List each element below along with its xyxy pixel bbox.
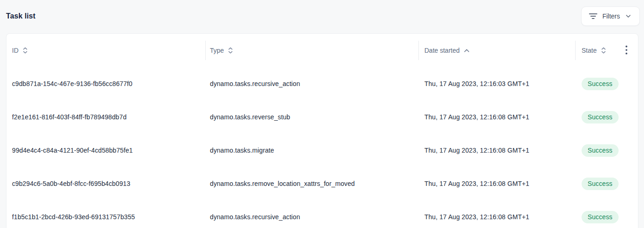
- status-badge: Success: [582, 144, 619, 157]
- table-row[interactable]: f2e1e161-816f-403f-84ff-fb789498db7d dyn…: [6, 100, 638, 134]
- task-date-cell: Thu, 17 Aug 2023, 12:16:08 GMT+1: [418, 147, 575, 154]
- sort-updown-icon: [228, 47, 233, 54]
- table-body: c9db871a-154c-467e-9136-fb56cc8677f0 dyn…: [6, 67, 638, 228]
- page-header: Task list Filters: [0, 0, 644, 33]
- table-row[interactable]: c9db871a-154c-467e-9136-fb56cc8677f0 dyn…: [6, 67, 638, 100]
- task-type-cell: dynamo.tasks.remove_location_xattrs_for_…: [205, 180, 418, 187]
- task-state-cell: Success: [575, 78, 638, 90]
- task-date-cell: Thu, 17 Aug 2023, 12:16:03 GMT+1: [418, 80, 575, 87]
- task-id-cell: c9db871a-154c-467e-9136-fb56cc8677f0: [6, 80, 205, 87]
- status-badge: Success: [582, 78, 619, 90]
- task-date-started: Thu, 17 Aug 2023, 12:16:08 GMT+1: [424, 213, 529, 221]
- table-header-row: ID Type Date started: [6, 34, 638, 67]
- task-type-cell: dynamo.tasks.migrate: [205, 147, 418, 154]
- column-header-label: ID: [12, 47, 18, 54]
- filters-button[interactable]: Filters: [581, 6, 640, 26]
- task-date-cell: Thu, 17 Aug 2023, 12:16:08 GMT+1: [418, 213, 575, 221]
- chevron-up-icon: [464, 49, 470, 53]
- page-title: Task list: [6, 12, 36, 20]
- task-type: dynamo.tasks.migrate: [210, 147, 274, 154]
- task-state-cell: Success: [575, 178, 638, 190]
- task-state-cell: Success: [575, 144, 638, 157]
- filter-lines-icon: [589, 13, 597, 19]
- column-header-label: Type: [210, 47, 224, 54]
- task-type-cell: dynamo.tasks.recursive_action: [205, 80, 418, 87]
- task-type: dynamo.tasks.recursive_action: [210, 80, 300, 87]
- task-date-started: Thu, 17 Aug 2023, 12:16:08 GMT+1: [424, 113, 529, 121]
- sort-updown-icon: [23, 47, 28, 54]
- chevron-down-icon: [625, 13, 632, 19]
- task-id-cell: c9b294c6-5a0b-4ebf-8fcc-f695b4cb0913: [6, 180, 205, 187]
- task-type: dynamo.tasks.reverse_stub: [210, 113, 290, 121]
- task-id: c9db871a-154c-467e-9136-fb56cc8677f0: [12, 80, 132, 87]
- column-header-date_started[interactable]: Date started: [418, 34, 575, 67]
- task-type: dynamo.tasks.remove_location_xattrs_for_…: [210, 180, 355, 187]
- task-date-cell: Thu, 17 Aug 2023, 12:16:08 GMT+1: [418, 113, 575, 121]
- table-row[interactable]: f1b5c1b1-2bcd-426b-93ed-69131757b355 dyn…: [6, 200, 638, 228]
- task-id: f2e1e161-816f-403f-84ff-fb789498db7d: [12, 113, 127, 121]
- task-date-started: Thu, 17 Aug 2023, 12:16:08 GMT+1: [424, 180, 529, 187]
- column-header-type[interactable]: Type: [205, 34, 418, 67]
- column-header-label: State: [582, 47, 597, 54]
- column-header-id[interactable]: ID: [6, 34, 205, 67]
- sort-updown-icon: [601, 47, 606, 54]
- task-id: f1b5c1b1-2bcd-426b-93ed-69131757b355: [12, 213, 135, 221]
- task-date-cell: Thu, 17 Aug 2023, 12:16:08 GMT+1: [418, 180, 575, 187]
- kebab-menu-icon: [626, 45, 627, 55]
- task-id-cell: f2e1e161-816f-403f-84ff-fb789498db7d: [6, 113, 205, 121]
- status-badge: Success: [582, 178, 619, 190]
- task-id-cell: 99d4e4c4-c84a-4121-90ef-4cd58bb75fe1: [6, 147, 205, 154]
- task-date-started: Thu, 17 Aug 2023, 12:16:08 GMT+1: [424, 147, 529, 154]
- task-type: dynamo.tasks.recursive_action: [210, 213, 300, 221]
- task-id: c9b294c6-5a0b-4ebf-8fcc-f695b4cb0913: [12, 180, 130, 187]
- status-badge: Success: [582, 111, 619, 123]
- column-header-label: Date started: [424, 47, 460, 54]
- task-state-cell: Success: [575, 211, 638, 223]
- table-row[interactable]: 99d4e4c4-c84a-4121-90ef-4cd58bb75fe1 dyn…: [6, 134, 638, 167]
- filters-button-label: Filters: [602, 12, 620, 20]
- task-state-cell: Success: [575, 111, 638, 123]
- task-type-cell: dynamo.tasks.reverse_stub: [205, 113, 418, 121]
- status-badge: Success: [582, 211, 619, 223]
- task-date-started: Thu, 17 Aug 2023, 12:16:03 GMT+1: [424, 80, 529, 87]
- table-options-button[interactable]: [621, 43, 632, 57]
- table-row[interactable]: c9b294c6-5a0b-4ebf-8fcc-f695b4cb0913 dyn…: [6, 167, 638, 200]
- task-type-cell: dynamo.tasks.recursive_action: [205, 213, 418, 221]
- task-id-cell: f1b5c1b1-2bcd-426b-93ed-69131757b355: [6, 213, 205, 221]
- task-id: 99d4e4c4-c84a-4121-90ef-4cd58bb75fe1: [12, 147, 133, 154]
- task-table-card: ID Type Date started: [6, 33, 638, 228]
